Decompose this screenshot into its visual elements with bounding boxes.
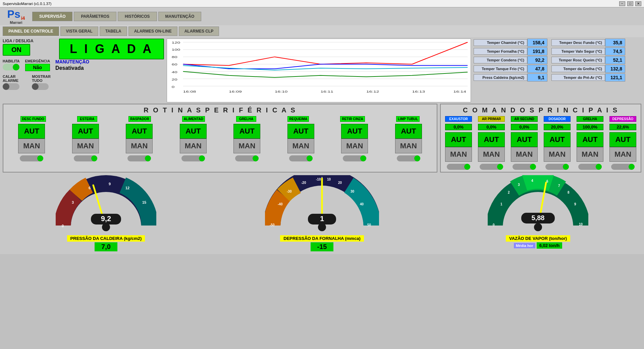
cmd-exaustor[interactable]: EXAUSTOR	[445, 116, 472, 122]
aut-btn-esteira[interactable]: AUT	[72, 124, 99, 139]
submenu-tabela[interactable]: TABELA	[100, 27, 127, 36]
aut-btn-alimentad[interactable]: AUT	[180, 124, 207, 139]
cmd-dosador[interactable]: DOSADOR	[544, 116, 571, 122]
man-btn-grelha[interactable]: MAN	[233, 139, 260, 153]
rotina-raspador[interactable]: RASPADOR	[128, 116, 151, 122]
svg-text:120: 120	[172, 41, 180, 44]
media-hor-row: Média hor 6,02 ton/h	[514, 242, 562, 249]
comandos-items-row: EXAUSTOR AR PRIMAR AR SECUND DOSADOR GRE…	[443, 116, 639, 122]
rotina-desc-fundo[interactable]: DESC FUNDO	[20, 116, 46, 122]
man-btn-alimentad[interactable]: MAN	[180, 139, 207, 153]
man-btn-ar-primar[interactable]: MAN	[478, 147, 505, 162]
calar-label: CALAR ALARME	[3, 74, 26, 83]
minimize-button[interactable]: −	[619, 1, 625, 6]
submenu-alarmes-online[interactable]: ALARMES ON-LINE	[128, 27, 177, 36]
toggle-rotina-3[interactable]	[127, 155, 151, 161]
toggle-rotina-2[interactable]	[74, 155, 97, 161]
cmd-ar-secund[interactable]: AR SECUND	[511, 116, 538, 122]
man-btn-requeima[interactable]: MAN	[287, 139, 314, 153]
rotina-esteira[interactable]: ESTEIRA	[77, 116, 97, 122]
gauge-depressao-svg: -50 -40 -30 -20 -10 10 20 30 40 50 1	[265, 175, 379, 234]
toggle-rotina-8[interactable]	[397, 155, 420, 161]
aut-btn-dosador[interactable]: AUT	[544, 132, 571, 147]
aut-man-alimentad: AUT MAN	[180, 124, 207, 153]
aut-btn-grelha[interactable]: AUT	[233, 124, 260, 139]
toggle-cmd-5[interactable]	[578, 164, 602, 170]
man-btn-depressao[interactable]: MAN	[609, 147, 636, 162]
submenu-alarmes-clp[interactable]: ALARMES CLP	[179, 27, 219, 36]
on-badge[interactable]: ON	[3, 44, 30, 56]
menu-supervisao[interactable]: SUPERVISÃO	[32, 12, 72, 21]
aut-btn-depressao[interactable]: AUT	[609, 132, 636, 147]
rotina-limp-tubul[interactable]: LIMP TUBUL	[396, 116, 420, 122]
aut-btn-raspador[interactable]: AUT	[126, 124, 153, 139]
menu-historicos[interactable]: HISTÓRICOS	[118, 12, 157, 21]
aut-btn-grelha-cmd[interactable]: AUT	[577, 132, 603, 147]
toggle-cmd-6[interactable]	[611, 164, 635, 170]
submenu-vista[interactable]: VISTA GERAL	[60, 27, 98, 36]
aut-btn-ar-primar[interactable]: AUT	[478, 132, 505, 147]
media-label: Média hor	[514, 243, 535, 248]
man-btn-exaustor[interactable]: MAN	[445, 147, 472, 162]
top-row: LIGA / DESLIGA ON HABILITA EMERGÊNCIA Nã…	[3, 39, 641, 102]
toggle-cmd-4[interactable]	[545, 164, 569, 170]
menu-parametros[interactable]: PARÂMETROS	[74, 12, 116, 21]
aut-btn-ar-secund[interactable]: AUT	[511, 132, 538, 147]
toggle-rotina-7[interactable]	[343, 155, 366, 161]
sensor-tanque-frio: Temper Tanque Frio (°C) 47,8	[474, 65, 547, 73]
calar-toggle[interactable]	[3, 83, 19, 90]
sensor-row-3: Temper Condens (°C) 92,2 Temper Rosc Que…	[474, 56, 641, 64]
man-btn-limp-tubul[interactable]: MAN	[395, 139, 422, 153]
man-btn-retir-cinza[interactable]: MAN	[341, 139, 368, 153]
aut-btn-retir-cinza[interactable]: AUT	[341, 124, 368, 139]
cmd-grelha[interactable]: GRELHA	[577, 116, 603, 122]
aut-btn-limp-tubul[interactable]: AUT	[395, 124, 422, 139]
svg-text:20: 20	[338, 181, 342, 185]
man-btn-dosador[interactable]: MAN	[544, 147, 571, 162]
aut-btn-exaustor[interactable]: AUT	[445, 132, 472, 147]
media-value: 6,02 ton/h	[537, 242, 562, 249]
rotinas-panel: R O T I N A S P E R I F É R I C A S DESC…	[3, 104, 437, 172]
man-btn-grelha-cmd[interactable]: MAN	[577, 147, 603, 162]
man-btn-esteira[interactable]: MAN	[72, 139, 99, 153]
toggle-rotina-6[interactable]	[289, 155, 313, 161]
rotina-retir-cinza[interactable]: RETIR CINZA	[340, 116, 365, 122]
maximize-button[interactable]: □	[627, 1, 633, 6]
man-btn-raspador[interactable]: MAN	[126, 139, 153, 153]
svg-text:80: 80	[172, 56, 177, 59]
toggle-cmd-2[interactable]	[480, 164, 503, 170]
aut-btn-requeima[interactable]: AUT	[287, 124, 314, 139]
submenu-painel[interactable]: PAINEL DE CONTROLE	[3, 27, 59, 36]
svg-text:10: 10	[579, 222, 583, 226]
ligada-section: L I G A D A	[59, 39, 164, 59]
rotina-requeima[interactable]: REQUEIMA	[287, 116, 309, 122]
rotina-alimentad[interactable]: ALIMENTAD	[182, 116, 205, 122]
percent-depressao: 22,6%	[609, 124, 636, 130]
svg-text:3: 3	[72, 200, 74, 204]
man-btn-ar-secund[interactable]: MAN	[511, 147, 538, 162]
comandos-title: C O M A N D O S P R I N C I P A I S	[443, 106, 639, 114]
svg-text:3: 3	[518, 183, 520, 187]
emergencia-value[interactable]: Não	[25, 64, 50, 71]
toggle-rotina-4[interactable]	[181, 155, 205, 161]
svg-text:1: 1	[320, 214, 324, 223]
cmd-ar-primar[interactable]: AR PRIMAR	[478, 116, 505, 122]
toggle-cmd-1[interactable]	[447, 164, 470, 170]
toggle-cmd-3[interactable]	[513, 164, 536, 170]
menu-manutencao[interactable]: MANUTENÇÃO	[158, 12, 202, 21]
aut-btn-desc-fundo[interactable]: AUT	[18, 124, 45, 139]
comandos-aut-man-row: AUT MAN AUT MAN AUT MAN AUT MAN AUT MA	[443, 132, 639, 162]
mostrar-toggle[interactable]	[32, 83, 49, 90]
gauge-depressao-title: DEPRESSÃO DA FORNALHA (mmca)	[280, 235, 364, 242]
toggle-rotina-5[interactable]	[235, 155, 259, 161]
svg-text:-10: -10	[316, 178, 321, 181]
man-btn-desc-fundo[interactable]: MAN	[18, 139, 45, 153]
close-button[interactable]: ✕	[635, 1, 641, 6]
toggle-rotina-1[interactable]	[20, 155, 43, 161]
svg-text:-30: -30	[287, 190, 292, 193]
svg-text:0: 0	[172, 86, 175, 89]
habilita-toggle[interactable]	[3, 64, 19, 70]
rotina-grelha[interactable]: GRELHA	[236, 116, 256, 122]
aut-man-requeima: AUT MAN	[287, 124, 314, 153]
cmd-depressao[interactable]: DEPRESSÃO	[609, 116, 636, 122]
